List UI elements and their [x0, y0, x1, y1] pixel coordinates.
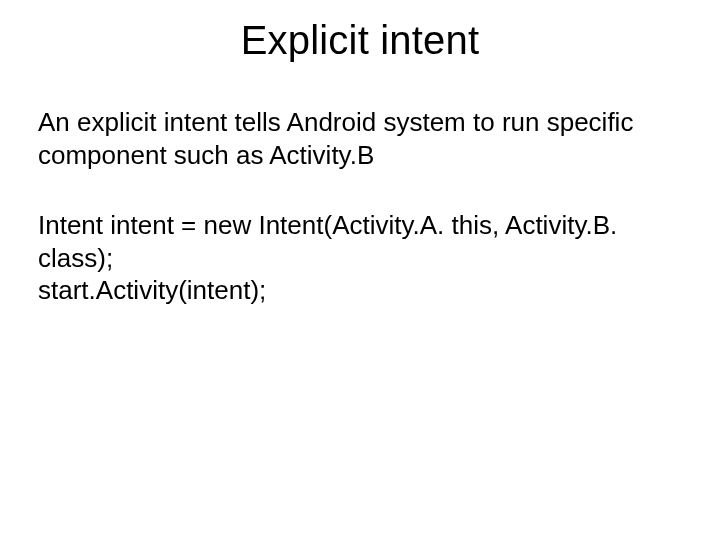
code-line-2: start.Activity(intent);: [38, 274, 682, 307]
intro-text: An explicit intent tells Android system …: [38, 106, 682, 171]
slide-body: An explicit intent tells Android system …: [38, 106, 682, 307]
spacer: [38, 171, 682, 209]
slide: Explicit intent An explicit intent tells…: [0, 0, 720, 540]
code-line-1: Intent intent = new Intent(Activity.A. t…: [38, 209, 682, 274]
slide-title: Explicit intent: [0, 18, 720, 63]
